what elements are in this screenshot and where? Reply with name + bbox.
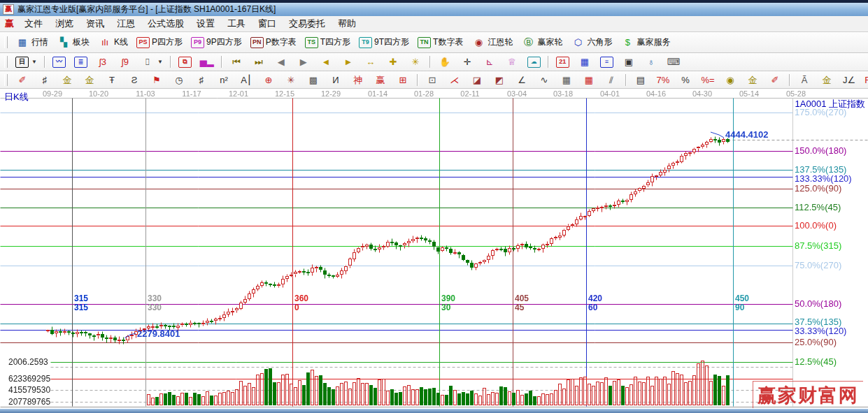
drawing-toolbar: ✐♯金金ŦƧ⚑◷♯n²A⎮⊕✳▩И神赢⊞⊡⋌◪◩∠∿▦▦⫽▤7%%%=◉金✐Ã金… <box>0 71 868 89</box>
menu-item-资讯[interactable]: 资讯 <box>80 16 111 31</box>
menu-item-江恩[interactable]: 江恩 <box>111 16 141 31</box>
j-angle-tool[interactable]: J∠ <box>838 73 860 87</box>
smart-assistant-button[interactable]: ☁ <box>523 57 545 68</box>
calendar-button[interactable]: 21 <box>552 57 574 68</box>
x-axis-date-label: 10-20 <box>89 89 108 98</box>
toolbar-grip[interactable] <box>4 36 8 48</box>
percent-tool[interactable]: % <box>674 73 697 87</box>
pan-hand-button[interactable]: ✋ <box>434 55 456 69</box>
bars-3-icon[interactable]: ʃ3 <box>92 55 114 69</box>
t9-square-button[interactable]: T99T四方形 <box>355 36 413 48</box>
red-grid-tool[interactable]: ▦ <box>578 73 600 87</box>
shape-stamp-button[interactable]: ♕ <box>501 55 523 69</box>
toolbar-grip[interactable] <box>4 56 8 68</box>
center-diamond-button[interactable]: ✚ <box>382 55 404 69</box>
win-tool[interactable]: 赢 <box>369 73 392 87</box>
menu-item-浏览[interactable]: 浏览 <box>49 16 80 31</box>
notes-panel-icon[interactable]: ≣ <box>70 57 92 68</box>
period-day-selector[interactable]: 日▼ <box>11 57 41 68</box>
price-ruler-tool[interactable]: ♯ <box>190 73 213 87</box>
winner-wheel-button[interactable]: Ⓑ赢家轮 <box>517 36 567 50</box>
fit-all-diamond-button[interactable]: ✳ <box>404 55 427 69</box>
menu-item-帮助[interactable]: 帮助 <box>332 16 362 31</box>
angle-measure-button[interactable]: ⊾ <box>478 55 501 69</box>
wave-tool[interactable]: ∿ <box>533 73 555 87</box>
gold-under-tool[interactable]: 金 <box>816 73 838 87</box>
tick-ruler-tool[interactable]: ♯ <box>34 73 56 87</box>
volume-profile-icon[interactable]: ▅▂ <box>196 55 218 69</box>
shen-tool[interactable]: 神 <box>347 73 369 87</box>
workstation-button[interactable]: ⌨ <box>662 55 685 69</box>
t9-square-button-label: 9T四方形 <box>374 36 409 48</box>
gann-wheel-button[interactable]: ◉江恩轮 <box>467 36 517 50</box>
mark-pen-tool[interactable]: ✐ <box>764 73 786 87</box>
circle-cross-tool[interactable]: ⊕ <box>257 73 280 87</box>
n-square-tool[interactable]: n² <box>213 73 235 87</box>
winner-service-button-label: 赢家服务 <box>636 36 670 48</box>
hexagon-button[interactable]: ⬡六角形 <box>567 36 616 50</box>
web-sync-button[interactable]: ♁ <box>640 55 662 69</box>
percent-lines-tool[interactable]: %= <box>697 73 719 87</box>
nav-next-button[interactable]: ▶ <box>292 55 315 69</box>
menu-item-设置[interactable]: 设置 <box>190 16 221 31</box>
menu-item-工具[interactable]: 工具 <box>221 16 252 31</box>
p-number-table-button[interactable]: PNP数字表 <box>246 36 301 48</box>
shift-left-diamond-button[interactable]: ◄ <box>315 55 337 69</box>
fan-square2-tool[interactable]: ◩ <box>488 73 511 87</box>
menu-item-公式选股[interactable]: 公式选股 <box>141 16 190 31</box>
boxed-radial-tool[interactable]: ▩ <box>302 73 325 87</box>
shift-right-diamond-button[interactable]: ► <box>337 55 360 69</box>
angle-lines-tool[interactable]: ∠ <box>511 73 533 87</box>
t-number-table-button[interactable]: TNT数字表 <box>413 36 467 48</box>
candle-style-selector[interactable]: ⌷▼ <box>136 55 167 69</box>
nav-prev-button[interactable]: ◀ <box>270 55 292 69</box>
p-square-button[interactable]: PSP四方形 <box>132 36 187 48</box>
gann-anchor-label: 45090 <box>735 294 749 312</box>
fan-square-tool[interactable]: ◪ <box>466 73 488 87</box>
percent7-tool[interactable]: 7% <box>652 73 674 87</box>
nav-last-button[interactable]: ⏭ <box>248 55 270 69</box>
calculator-button[interactable]: ▦ <box>574 55 596 69</box>
a-wave-tool[interactable]: Ã <box>793 73 816 87</box>
split-frame-icon[interactable]: ⧉ <box>174 57 196 68</box>
child-window-icon[interactable]: 赢 <box>5 17 14 30</box>
t-square-button[interactable]: TST四方形 <box>301 36 355 48</box>
market-quotes-button[interactable]: ▦行情 <box>11 36 52 50</box>
measure-pen-tool[interactable]: ⚑ <box>145 73 168 87</box>
report-doc-button[interactable]: ≡ <box>596 57 618 68</box>
bars-3-icon-icon: ʃ3 <box>96 55 110 69</box>
toolbar-grip[interactable] <box>4 74 8 86</box>
nav-first-button[interactable]: ⏮ <box>225 55 248 69</box>
grid-123-icon: ⊞ <box>396 73 410 87</box>
draw-pen-tool[interactable]: ✐ <box>11 73 34 87</box>
gold-ruler2-tool[interactable]: 金 <box>78 73 101 87</box>
box-tool[interactable]: ⊡ <box>421 73 443 87</box>
f-ruler-tool[interactable]: Ŧ <box>101 73 123 87</box>
f-angle-tool[interactable]: F∠ <box>860 73 868 87</box>
save-disk-button[interactable]: ▣ <box>618 55 640 69</box>
winner-service-button[interactable]: $赢家服务 <box>616 36 674 50</box>
bars-9-icon[interactable]: ʃ9 <box>114 55 136 69</box>
time-cycle-tool[interactable]: ◷ <box>168 73 190 87</box>
gold-circle-tool[interactable]: ◉ <box>719 73 741 87</box>
pattern-window-icon[interactable]: 〰 <box>48 57 70 68</box>
grid-123-tool[interactable]: ⊞ <box>392 73 414 87</box>
percent-table-tool[interactable]: ▤ <box>629 73 652 87</box>
gold-ruler-tool[interactable]: 金 <box>56 73 78 87</box>
spiral-tool[interactable]: Ƨ <box>123 73 145 87</box>
gold-line-tool[interactable]: 金 <box>741 73 764 87</box>
menu-item-交易委托[interactable]: 交易委托 <box>283 16 332 31</box>
menu-item-窗口[interactable]: 窗口 <box>252 16 283 31</box>
crosshair-button[interactable]: ✛ <box>456 55 478 69</box>
gann-fan-tool[interactable]: ⋌ <box>443 73 466 87</box>
p9-square-button[interactable]: P99P四方形 <box>187 36 246 48</box>
a-channel-tool[interactable]: A⎮ <box>235 73 257 87</box>
grid-tool[interactable]: ▦ <box>555 73 578 87</box>
parallel-lines-tool[interactable]: ⫽ <box>600 73 622 87</box>
kline-button[interactable]: ılıK线 <box>94 36 132 50</box>
expand-horizontal-diamond-button[interactable]: ↔ <box>360 55 382 69</box>
sector-blocks-button[interactable]: ▚板块 <box>52 36 94 50</box>
menu-item-文件[interactable]: 文件 <box>18 16 49 31</box>
n-wave-tool[interactable]: И <box>325 73 347 87</box>
radial-lines-tool[interactable]: ✳ <box>280 73 302 87</box>
